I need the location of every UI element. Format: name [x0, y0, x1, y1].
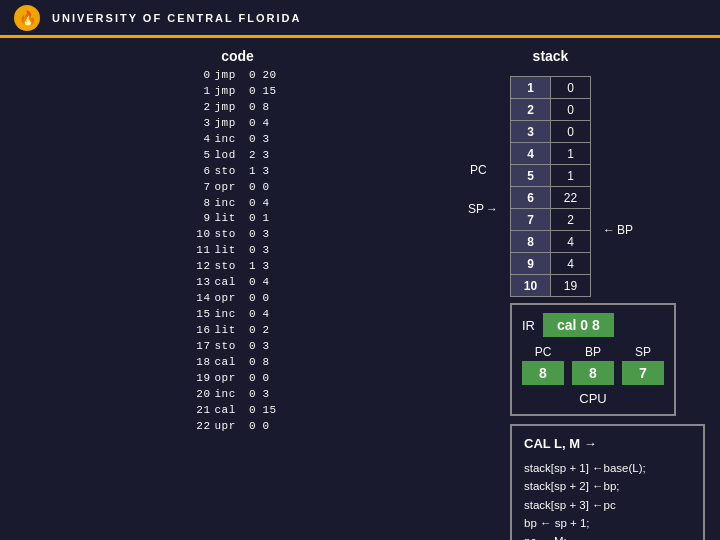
- code-line-num: 20: [193, 387, 211, 403]
- code-instruction: cal: [215, 275, 243, 291]
- code-line-num: 2: [193, 100, 211, 116]
- university-name: UNIVERSITY OF CENTRAL FLORIDA: [52, 12, 302, 24]
- code-row: 19 opr 0 0: [193, 371, 283, 387]
- code-row: 1 jmp 0 15: [193, 84, 283, 100]
- stack-row-val: 0: [551, 99, 591, 121]
- stack-row-val: 19: [551, 275, 591, 297]
- code-op2: 8: [263, 100, 283, 116]
- code-op1: 0: [247, 387, 259, 403]
- cal-line: bp ← sp + 1;: [524, 514, 691, 532]
- code-row: 15 inc 0 4: [193, 307, 283, 323]
- cal-box: CAL L, M → stack[sp + 1] ←base(L);stack[…: [510, 424, 705, 540]
- code-row: 5 lod 2 3: [193, 148, 283, 164]
- code-op1: 1: [247, 164, 259, 180]
- svg-text:🔥: 🔥: [19, 10, 37, 27]
- left-section: code 0 jmp 0 20 1 jmp 0 15 2 jmp 0 8 3 j…: [15, 48, 460, 530]
- code-row: 22 upr 0 0: [193, 419, 283, 435]
- sp-arrow-right-icon: →: [486, 202, 498, 216]
- code-op1: 2: [247, 148, 259, 164]
- code-instruction: lit: [215, 323, 243, 339]
- bp-label-cpu: BP: [572, 345, 614, 359]
- code-op1: 0: [247, 355, 259, 371]
- code-instruction: jmp: [215, 84, 243, 100]
- cpu-section: IR cal 0 8 PC BP SP 8 8 7 CPU: [510, 303, 676, 416]
- stack-row: 3 0: [511, 121, 591, 143]
- bp-label: BP: [617, 223, 633, 237]
- code-op1: 0: [247, 100, 259, 116]
- code-op2: 0: [263, 371, 283, 387]
- bp-indicator: ← BP: [603, 223, 633, 237]
- code-op2: 3: [263, 387, 283, 403]
- code-row: 6 sto 1 3: [193, 164, 283, 180]
- code-op1: 0: [247, 307, 259, 323]
- code-line-num: 15: [193, 307, 211, 323]
- stack-row: 9 4: [511, 253, 591, 275]
- stack-row-val: 4: [551, 253, 591, 275]
- code-line-num: 1: [193, 84, 211, 100]
- code-line-num: 21: [193, 403, 211, 419]
- code-row: 0 jmp 0 20: [193, 68, 283, 84]
- code-row: 16 lit 0 2: [193, 323, 283, 339]
- sp-value: 7: [622, 361, 664, 385]
- stack-row: 2 0: [511, 99, 591, 121]
- code-row: 11 lit 0 3: [193, 243, 283, 259]
- code-instruction: opr: [215, 180, 243, 196]
- code-op1: 1: [247, 259, 259, 275]
- code-instruction: jmp: [215, 100, 243, 116]
- bp-arrow-left-icon: ←: [603, 223, 615, 237]
- header: 🔥 UNIVERSITY OF CENTRAL FLORIDA: [0, 0, 720, 38]
- code-op1: 0: [247, 275, 259, 291]
- code-line-num: 0: [193, 68, 211, 84]
- cal-line: stack[sp + 2] ←bp;: [524, 477, 691, 495]
- code-line-num: 6: [193, 164, 211, 180]
- code-row: 7 opr 0 0: [193, 180, 283, 196]
- code-instruction: inc: [215, 307, 243, 323]
- code-instruction: lit: [215, 243, 243, 259]
- sp-indicator: SP →: [468, 202, 498, 216]
- stack-row-val: 2: [551, 209, 591, 231]
- stack-row-num: 6: [511, 187, 551, 209]
- code-instruction: cal: [215, 355, 243, 371]
- code-instruction: sto: [215, 227, 243, 243]
- code-instruction: opr: [215, 291, 243, 307]
- stack-row: 10 19: [511, 275, 591, 297]
- stack-row-val: 1: [551, 165, 591, 187]
- cal-line: stack[sp + 1] ←base(L);: [524, 459, 691, 477]
- cal-lines: stack[sp + 1] ←base(L);stack[sp + 2] ←bp…: [524, 459, 691, 540]
- stack-row: 6 22: [511, 187, 591, 209]
- code-title: code: [221, 48, 254, 64]
- code-instruction: inc: [215, 132, 243, 148]
- code-op2: 0: [263, 419, 283, 435]
- code-op2: 15: [263, 403, 283, 419]
- pc-label: PC: [522, 345, 564, 359]
- pc-arrow-label: PC: [470, 163, 500, 177]
- stack-row: 4 1: [511, 143, 591, 165]
- stack-row-num: 8: [511, 231, 551, 253]
- stack-row-val: 22: [551, 187, 591, 209]
- code-row: 8 inc 0 4: [193, 196, 283, 212]
- code-section: code 0 jmp 0 20 1 jmp 0 15 2 jmp 0 8 3 j…: [15, 48, 460, 435]
- ir-row: IR cal 0 8: [522, 313, 664, 337]
- stack-title: stack: [533, 48, 569, 64]
- code-op2: 0: [263, 180, 283, 196]
- stack-row-num: 2: [511, 99, 551, 121]
- stack-row-num: 5: [511, 165, 551, 187]
- code-row: 17 sto 0 3: [193, 339, 283, 355]
- code-op2: 4: [263, 196, 283, 212]
- code-line-num: 19: [193, 371, 211, 387]
- code-op1: 0: [247, 116, 259, 132]
- code-line-num: 4: [193, 132, 211, 148]
- code-op1: 0: [247, 68, 259, 84]
- code-op1: 0: [247, 132, 259, 148]
- sp-label-cpu: SP: [622, 345, 664, 359]
- code-op2: 3: [263, 132, 283, 148]
- code-op2: 1: [263, 211, 283, 227]
- code-line-num: 14: [193, 291, 211, 307]
- code-op1: 0: [247, 211, 259, 227]
- code-line-num: 5: [193, 148, 211, 164]
- code-line-num: 11: [193, 243, 211, 259]
- stack-row-num: 4: [511, 143, 551, 165]
- stack-row-val: 0: [551, 77, 591, 99]
- code-op1: 0: [247, 403, 259, 419]
- code-op2: 3: [263, 339, 283, 355]
